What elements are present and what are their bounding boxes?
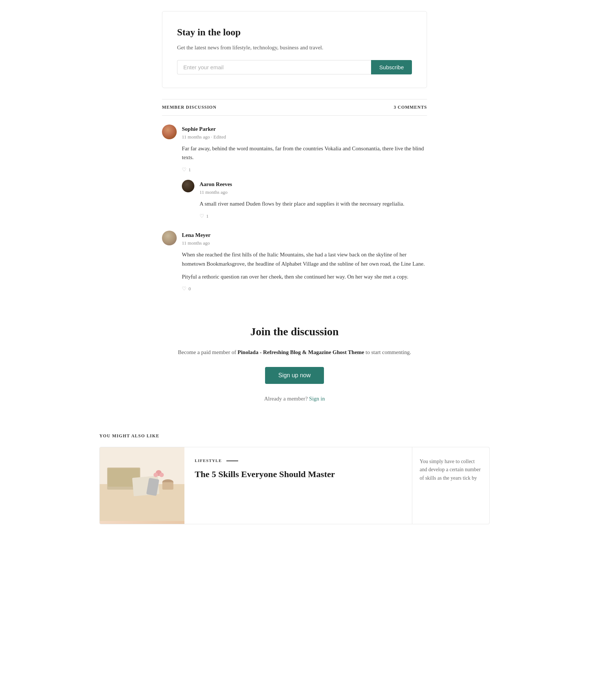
newsletter-section: Stay in the loop Get the latest news fro… (155, 11, 434, 88)
card-category-row: LIFESTYLE (195, 458, 402, 464)
join-discussion-subtitle: Become a paid member of Pinolada - Refre… (162, 348, 427, 357)
heart-icon: ♡ (182, 166, 187, 174)
email-input[interactable] (177, 60, 371, 74)
member-discussion-label: MEMBER DISCUSSION (162, 104, 216, 111)
reply-meta: 11 months ago (200, 189, 427, 196)
card-image (100, 447, 184, 524)
comment-text: When she reached the first hills of the … (182, 250, 427, 269)
signup-button[interactable]: Sign up now (265, 367, 324, 384)
comments-section: MEMBER DISCUSSION 3 COMMENTS Sophie Park… (155, 99, 434, 293)
already-member-text: Already a member? Sign in (162, 394, 427, 403)
comment-content: Lena Meyer 11 months ago When she reache… (182, 231, 427, 293)
reply-item: Aaron Reeves 11 months ago A small river… (182, 180, 427, 220)
comment-meta: 11 months ago (182, 239, 427, 247)
comment-text: Far far away, behind the word mountains,… (182, 144, 427, 162)
join-discussion-section: Join the discussion Become a paid member… (155, 308, 434, 418)
heart-icon: ♡ (182, 285, 187, 293)
subtitle-post: to start commenting. (364, 349, 411, 355)
avatar (162, 231, 177, 245)
subtitle-pre: Become a paid member of (178, 349, 237, 355)
site-name: Pinolada - Refreshing Blog & Magazine Gh… (237, 349, 364, 355)
comment-author: Lena Meyer (182, 231, 427, 239)
also-like-label: YOU MIGHT ALSO LIKE (99, 433, 490, 440)
also-like-section: YOU MIGHT ALSO LIKE (92, 433, 497, 524)
already-member-label: Already a member? (264, 396, 308, 402)
comment-content: Sophie Parker 11 months ago · Edited Far… (182, 125, 427, 221)
comments-count: 3 COMMENTS (394, 104, 427, 111)
subscribe-button[interactable]: Subscribe (371, 60, 412, 74)
avatar (182, 180, 194, 192)
newsletter-subtitle: Get the latest news from lifestyle, tech… (177, 43, 412, 52)
comment-author: Sophie Parker (182, 125, 427, 133)
desk-scene-illustration (100, 447, 184, 524)
comment-item: Sophie Parker 11 months ago · Edited Far… (162, 125, 427, 221)
article-card[interactable]: LIFESTYLE The 5 Skills Everyone Should M… (99, 447, 490, 524)
likes-count: 1 (206, 213, 209, 220)
comment-meta: 11 months ago · Edited (182, 133, 427, 141)
likes-count: 1 (188, 166, 191, 174)
join-discussion-title: Join the discussion (162, 323, 427, 340)
card-text-section: LIFESTYLE The 5 Skills Everyone Should M… (184, 447, 412, 524)
card-category: LIFESTYLE (195, 458, 222, 464)
category-line (226, 461, 238, 461)
comment-likes[interactable]: ♡ 0 (182, 285, 427, 293)
comment-item: Lena Meyer 11 months ago When she reache… (162, 231, 427, 293)
newsletter-title: Stay in the loop (177, 25, 412, 40)
svg-point-9 (159, 473, 164, 477)
reply-content: Aaron Reeves 11 months ago A small river… (200, 180, 427, 220)
likes-count: 0 (188, 285, 191, 293)
svg-point-8 (154, 473, 158, 477)
reply-text: A small river named Duden flows by their… (200, 199, 427, 209)
comments-header: MEMBER DISCUSSION 3 COMMENTS (162, 99, 427, 116)
comment-replies: Aaron Reeves 11 months ago A small river… (182, 180, 427, 220)
card-excerpt: You simply have to collect and develop a… (420, 458, 482, 482)
newsletter-box: Stay in the loop Get the latest news fro… (162, 11, 427, 88)
card-excerpt-section: You simply have to collect and develop a… (412, 447, 489, 524)
heart-icon: ♡ (200, 212, 204, 220)
comment-text-extra: Pityful a rethoric question ran over her… (182, 272, 427, 281)
newsletter-form: Subscribe (177, 60, 412, 74)
avatar (162, 125, 177, 139)
sign-in-link[interactable]: Sign in (309, 396, 325, 402)
reply-author: Aaron Reeves (200, 180, 427, 189)
comment-likes[interactable]: ♡ 1 (182, 166, 427, 174)
reply-likes[interactable]: ♡ 1 (200, 212, 427, 220)
card-title: The 5 Skills Everyone Should Master (195, 469, 402, 480)
svg-rect-6 (162, 482, 173, 490)
